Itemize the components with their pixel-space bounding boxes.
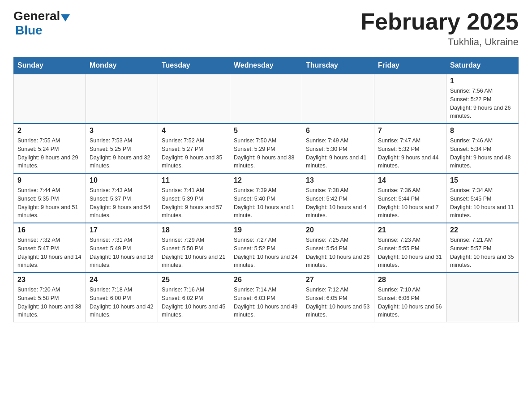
- calendar-week-row: 2Sunrise: 7:55 AM Sunset: 5:24 PM Daylig…: [14, 124, 519, 173]
- calendar-day-cell: 13Sunrise: 7:38 AM Sunset: 5:42 PM Dayli…: [302, 173, 374, 223]
- day-info: Sunrise: 7:12 AM Sunset: 6:05 PM Dayligh…: [306, 286, 370, 319]
- day-number: 12: [234, 176, 298, 184]
- day-number: 28: [378, 276, 442, 284]
- header-saturday: Saturday: [446, 57, 519, 74]
- day-info: Sunrise: 7:21 AM Sunset: 5:57 PM Dayligh…: [450, 236, 515, 270]
- day-info: Sunrise: 7:20 AM Sunset: 5:58 PM Dayligh…: [17, 286, 82, 319]
- day-info: Sunrise: 7:44 AM Sunset: 5:35 PM Dayligh…: [17, 186, 82, 220]
- calendar-day-cell: [14, 74, 86, 124]
- day-info: Sunrise: 7:38 AM Sunset: 5:42 PM Dayligh…: [306, 186, 370, 220]
- day-info: Sunrise: 7:46 AM Sunset: 5:34 PM Dayligh…: [450, 137, 515, 170]
- calendar-day-cell: 5Sunrise: 7:50 AM Sunset: 5:29 PM Daylig…: [230, 124, 302, 173]
- calendar-day-cell: 26Sunrise: 7:14 AM Sunset: 6:03 PM Dayli…: [230, 273, 302, 322]
- day-info: Sunrise: 7:53 AM Sunset: 5:25 PM Dayligh…: [90, 137, 154, 170]
- day-info: Sunrise: 7:39 AM Sunset: 5:40 PM Dayligh…: [234, 186, 298, 220]
- day-info: Sunrise: 7:56 AM Sunset: 5:22 PM Dayligh…: [450, 87, 515, 120]
- month-title: February 2025: [360, 9, 519, 34]
- day-info: Sunrise: 7:43 AM Sunset: 5:37 PM Dayligh…: [90, 186, 154, 220]
- day-number: 24: [90, 276, 154, 284]
- calendar-day-cell: 23Sunrise: 7:20 AM Sunset: 5:58 PM Dayli…: [14, 273, 86, 322]
- day-number: 1: [450, 77, 515, 85]
- day-number: 7: [378, 127, 442, 135]
- calendar-day-cell: 19Sunrise: 7:27 AM Sunset: 5:52 PM Dayli…: [230, 223, 302, 273]
- calendar-day-cell: 22Sunrise: 7:21 AM Sunset: 5:57 PM Dayli…: [446, 223, 519, 273]
- day-number: 9: [17, 176, 82, 184]
- day-info: Sunrise: 7:49 AM Sunset: 5:30 PM Dayligh…: [306, 137, 370, 170]
- day-info: Sunrise: 7:14 AM Sunset: 6:03 PM Dayligh…: [234, 286, 298, 319]
- header-tuesday: Tuesday: [158, 57, 230, 74]
- day-info: Sunrise: 7:29 AM Sunset: 5:50 PM Dayligh…: [162, 236, 226, 270]
- header-sunday: Sunday: [14, 57, 86, 74]
- calendar-day-cell: 21Sunrise: 7:23 AM Sunset: 5:55 PM Dayli…: [374, 223, 446, 273]
- day-info: Sunrise: 7:18 AM Sunset: 6:00 PM Dayligh…: [90, 286, 154, 319]
- day-number: 17: [90, 226, 154, 234]
- day-info: Sunrise: 7:52 AM Sunset: 5:27 PM Dayligh…: [162, 137, 226, 170]
- calendar-day-cell: 4Sunrise: 7:52 AM Sunset: 5:27 PM Daylig…: [158, 124, 230, 173]
- day-number: 15: [450, 176, 515, 184]
- calendar-day-cell: 11Sunrise: 7:41 AM Sunset: 5:39 PM Dayli…: [158, 173, 230, 223]
- logo-general-text: General: [13, 9, 60, 23]
- page-header: General Blue February 2025 Tukhlia, Ukra…: [13, 9, 519, 48]
- calendar-day-cell: 10Sunrise: 7:43 AM Sunset: 5:37 PM Dayli…: [86, 173, 158, 223]
- day-number: 20: [306, 226, 370, 234]
- logo: General Blue: [13, 9, 71, 38]
- calendar-day-cell: 18Sunrise: 7:29 AM Sunset: 5:50 PM Dayli…: [158, 223, 230, 273]
- day-number: 11: [162, 176, 226, 184]
- calendar-week-row: 9Sunrise: 7:44 AM Sunset: 5:35 PM Daylig…: [14, 173, 519, 223]
- calendar-day-cell: 27Sunrise: 7:12 AM Sunset: 6:05 PM Dayli…: [302, 273, 374, 322]
- header-thursday: Thursday: [302, 57, 374, 74]
- calendar-day-cell: [86, 74, 158, 124]
- calendar-day-cell: 28Sunrise: 7:10 AM Sunset: 6:06 PM Dayli…: [374, 273, 446, 322]
- day-info: Sunrise: 7:41 AM Sunset: 5:39 PM Dayligh…: [162, 186, 226, 220]
- calendar-day-cell: [374, 74, 446, 124]
- day-number: 26: [234, 276, 298, 284]
- calendar-day-cell: [158, 74, 230, 124]
- calendar-day-cell: 9Sunrise: 7:44 AM Sunset: 5:35 PM Daylig…: [14, 173, 86, 223]
- day-number: 2: [17, 127, 82, 135]
- calendar-day-cell: 17Sunrise: 7:31 AM Sunset: 5:49 PM Dayli…: [86, 223, 158, 273]
- day-number: 3: [90, 127, 154, 135]
- day-number: 10: [90, 176, 154, 184]
- day-info: Sunrise: 7:10 AM Sunset: 6:06 PM Dayligh…: [378, 286, 442, 319]
- day-info: Sunrise: 7:31 AM Sunset: 5:49 PM Dayligh…: [90, 236, 154, 270]
- day-info: Sunrise: 7:23 AM Sunset: 5:55 PM Dayligh…: [378, 236, 442, 270]
- day-number: 25: [162, 276, 226, 284]
- day-number: 4: [162, 127, 226, 135]
- day-number: 21: [378, 226, 442, 234]
- calendar-week-row: 1Sunrise: 7:56 AM Sunset: 5:22 PM Daylig…: [14, 74, 519, 124]
- header-wednesday: Wednesday: [230, 57, 302, 74]
- day-info: Sunrise: 7:50 AM Sunset: 5:29 PM Dayligh…: [234, 137, 298, 170]
- calendar-week-row: 16Sunrise: 7:32 AM Sunset: 5:47 PM Dayli…: [14, 223, 519, 273]
- calendar-day-cell: [230, 74, 302, 124]
- day-number: 8: [450, 127, 515, 135]
- logo-triangle-icon: [61, 14, 70, 21]
- calendar-day-cell: 6Sunrise: 7:49 AM Sunset: 5:30 PM Daylig…: [302, 124, 374, 173]
- day-number: 13: [306, 176, 370, 184]
- calendar-header-row: Sunday Monday Tuesday Wednesday Thursday…: [14, 57, 519, 74]
- day-number: 23: [17, 276, 82, 284]
- calendar-table: Sunday Monday Tuesday Wednesday Thursday…: [13, 57, 519, 322]
- calendar-day-cell: 14Sunrise: 7:36 AM Sunset: 5:44 PM Dayli…: [374, 173, 446, 223]
- calendar-day-cell: [446, 273, 519, 322]
- day-info: Sunrise: 7:27 AM Sunset: 5:52 PM Dayligh…: [234, 236, 298, 270]
- day-number: 6: [306, 127, 370, 135]
- header-monday: Monday: [86, 57, 158, 74]
- calendar-day-cell: 2Sunrise: 7:55 AM Sunset: 5:24 PM Daylig…: [14, 124, 86, 173]
- calendar-day-cell: 25Sunrise: 7:16 AM Sunset: 6:02 PM Dayli…: [158, 273, 230, 322]
- calendar-day-cell: 7Sunrise: 7:47 AM Sunset: 5:32 PM Daylig…: [374, 124, 446, 173]
- day-info: Sunrise: 7:25 AM Sunset: 5:54 PM Dayligh…: [306, 236, 370, 270]
- day-number: 22: [450, 226, 515, 234]
- location-text: Tukhlia, Ukraine: [360, 36, 519, 48]
- calendar-day-cell: 8Sunrise: 7:46 AM Sunset: 5:34 PM Daylig…: [446, 124, 519, 173]
- day-number: 18: [162, 226, 226, 234]
- day-number: 19: [234, 226, 298, 234]
- header-friday: Friday: [374, 57, 446, 74]
- calendar-day-cell: 20Sunrise: 7:25 AM Sunset: 5:54 PM Dayli…: [302, 223, 374, 273]
- calendar-day-cell: 24Sunrise: 7:18 AM Sunset: 6:00 PM Dayli…: [86, 273, 158, 322]
- day-info: Sunrise: 7:32 AM Sunset: 5:47 PM Dayligh…: [17, 236, 82, 270]
- calendar-day-cell: [302, 74, 374, 124]
- calendar-day-cell: 15Sunrise: 7:34 AM Sunset: 5:45 PM Dayli…: [446, 173, 519, 223]
- calendar-day-cell: 3Sunrise: 7:53 AM Sunset: 5:25 PM Daylig…: [86, 124, 158, 173]
- day-info: Sunrise: 7:16 AM Sunset: 6:02 PM Dayligh…: [162, 286, 226, 319]
- day-number: 5: [234, 127, 298, 135]
